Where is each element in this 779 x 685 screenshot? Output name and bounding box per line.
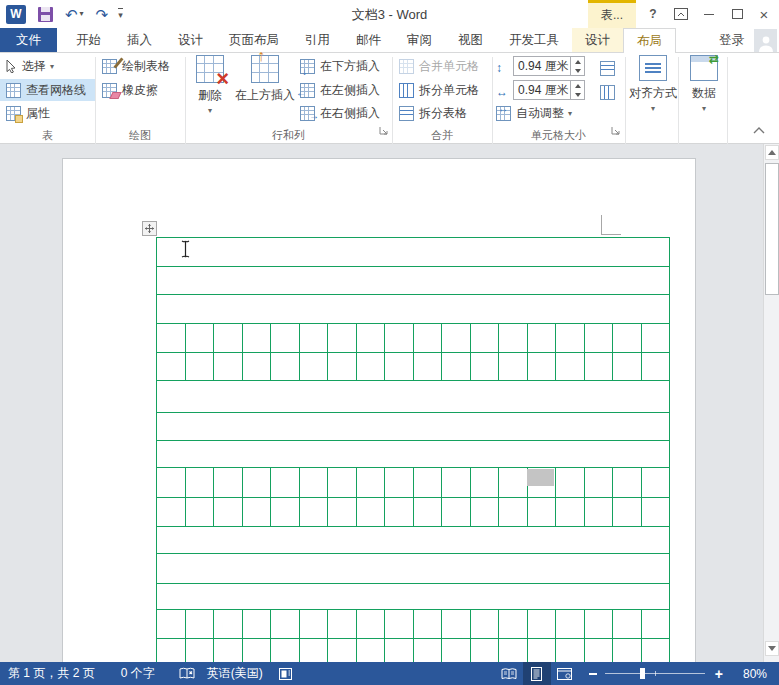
- table-cell[interactable]: [385, 610, 414, 638]
- web-layout-button[interactable]: [551, 662, 579, 685]
- collapse-ribbon-button[interactable]: [753, 123, 765, 137]
- table-cell[interactable]: [385, 498, 414, 526]
- print-layout-button[interactable]: [523, 662, 551, 685]
- table-cell[interactable]: [442, 639, 471, 662]
- language-indicator[interactable]: 英语(美国): [207, 665, 263, 682]
- table-cell[interactable]: [157, 468, 186, 497]
- spin-up-button[interactable]: [571, 81, 584, 90]
- table-cell[interactable]: [442, 610, 471, 638]
- table-cell[interactable]: [499, 468, 528, 497]
- table-cell[interactable]: [385, 324, 414, 352]
- table-row[interactable]: [157, 440, 669, 467]
- zoom-in-button[interactable]: +: [715, 666, 723, 682]
- table-cell[interactable]: [186, 610, 215, 638]
- tab-review[interactable]: 审阅: [394, 28, 445, 52]
- table-cell[interactable]: [471, 324, 500, 352]
- table-cell[interactable]: [300, 468, 329, 497]
- table-cell[interactable]: [585, 324, 614, 352]
- table-cell[interactable]: [328, 324, 357, 352]
- save-button[interactable]: [38, 7, 53, 22]
- insert-above-button[interactable]: 在上方插入: [234, 55, 296, 125]
- table-cell[interactable]: [186, 324, 215, 352]
- rows-columns-dialog-launcher[interactable]: [379, 125, 391, 137]
- table-cell[interactable]: [243, 610, 272, 638]
- table-row[interactable]: [157, 323, 669, 352]
- tab-page-layout[interactable]: 页面布局: [216, 28, 292, 52]
- table-cell[interactable]: [357, 468, 386, 497]
- autofit-button[interactable]: 自动调整 ▾: [496, 102, 572, 124]
- table-cell[interactable]: [385, 639, 414, 662]
- draw-table-button[interactable]: 绘制表格: [102, 55, 170, 77]
- document-area[interactable]: [0, 144, 779, 662]
- avatar[interactable]: [754, 29, 777, 52]
- table-cell[interactable]: [556, 324, 585, 352]
- spin-up-button[interactable]: [571, 57, 584, 66]
- selected-cell-highlight[interactable]: [527, 469, 554, 486]
- table-row[interactable]: [157, 352, 669, 380]
- table-cell[interactable]: [214, 610, 243, 638]
- table-cell[interactable]: [157, 498, 186, 526]
- column-width-spinner[interactable]: 0.94 厘米: [513, 80, 585, 100]
- table-cell[interactable]: [186, 639, 215, 662]
- table-cell[interactable]: [300, 498, 329, 526]
- split-table-button[interactable]: 拆分表格: [399, 102, 467, 124]
- table-cell[interactable]: [613, 639, 642, 662]
- table-cell[interactable]: [328, 639, 357, 662]
- word-app-icon[interactable]: W: [6, 5, 26, 24]
- view-gridlines-toggle[interactable]: 查看网格线: [0, 79, 95, 101]
- table-cell[interactable]: [414, 639, 443, 662]
- document-table[interactable]: [156, 237, 670, 662]
- tab-mailings[interactable]: 邮件: [343, 28, 394, 52]
- table-cell[interactable]: [214, 639, 243, 662]
- table-cell[interactable]: [271, 498, 300, 526]
- table-row[interactable]: [157, 266, 669, 294]
- proofing-status-button[interactable]: [179, 667, 195, 680]
- table-cell[interactable]: [243, 324, 272, 352]
- table-cell[interactable]: [271, 639, 300, 662]
- table-cell[interactable]: [642, 639, 670, 662]
- table-cell[interactable]: [214, 324, 243, 352]
- table-cell[interactable]: [186, 468, 215, 497]
- table-row[interactable]: [157, 294, 669, 323]
- table-cell[interactable]: [271, 468, 300, 497]
- table-cell[interactable]: [442, 324, 471, 352]
- table-cell[interactable]: [642, 498, 670, 526]
- table-cell[interactable]: [613, 324, 642, 352]
- table-cell[interactable]: [186, 353, 215, 380]
- row-height-spinner[interactable]: 0.94 厘米: [513, 56, 585, 76]
- table-cell[interactable]: [357, 610, 386, 638]
- table-cell[interactable]: [157, 324, 186, 352]
- table-row[interactable]: [157, 467, 669, 497]
- table-cell[interactable]: [385, 353, 414, 380]
- table-cell[interactable]: [300, 353, 329, 380]
- table-cell[interactable]: [585, 468, 614, 497]
- table-row[interactable]: [157, 526, 669, 553]
- tab-insert[interactable]: 插入: [114, 28, 165, 52]
- close-button[interactable]: ×: [751, 0, 777, 28]
- insert-right-button[interactable]: 在右侧插入: [300, 102, 380, 124]
- zoom-out-button[interactable]: [589, 673, 597, 675]
- split-cells-button[interactable]: 拆分单元格: [399, 79, 479, 101]
- scrollbar-thumb[interactable]: [765, 163, 779, 295]
- table-cell[interactable]: [528, 610, 557, 638]
- zoom-slider[interactable]: [605, 662, 705, 685]
- word-count[interactable]: 0 个字: [121, 665, 155, 682]
- table-cell[interactable]: [471, 468, 500, 497]
- table-cell[interactable]: [214, 498, 243, 526]
- table-cell[interactable]: [357, 353, 386, 380]
- table-cell[interactable]: [556, 468, 585, 497]
- table-cell[interactable]: [328, 353, 357, 380]
- table-cell[interactable]: [271, 610, 300, 638]
- redo-button[interactable]: ↷: [96, 7, 109, 22]
- table-cell[interactable]: [300, 324, 329, 352]
- tab-home[interactable]: 开始: [63, 28, 114, 52]
- table-cell[interactable]: [528, 353, 557, 380]
- table-row[interactable]: [157, 412, 669, 440]
- spin-down-button[interactable]: [571, 90, 584, 99]
- table-cell[interactable]: [585, 498, 614, 526]
- table-cell[interactable]: [556, 639, 585, 662]
- table-cell[interactable]: [528, 498, 557, 526]
- table-cell[interactable]: [613, 353, 642, 380]
- table-row[interactable]: [157, 237, 669, 266]
- sign-in-link[interactable]: 登录: [709, 28, 754, 52]
